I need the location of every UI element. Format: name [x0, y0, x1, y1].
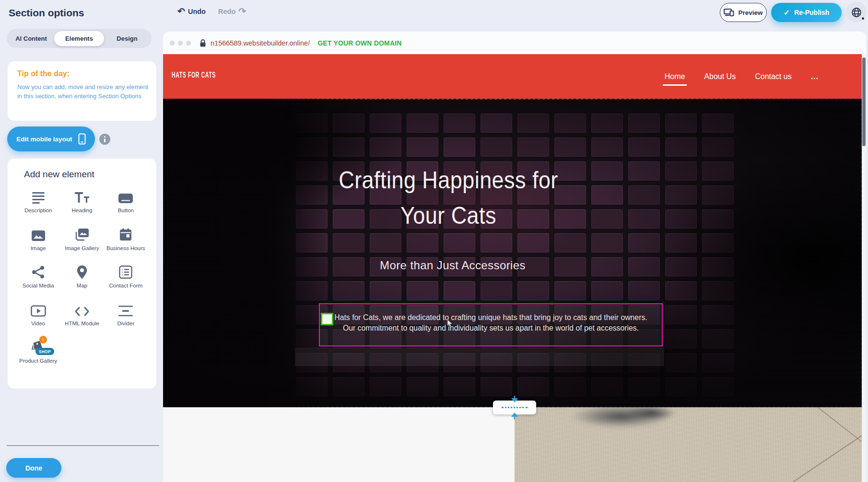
element-video[interactable]: Video: [17, 302, 59, 328]
notification-dot: [861, 16, 865, 21]
paving-seam: [769, 407, 862, 482]
tab-elements[interactable]: Elements: [54, 31, 104, 46]
map-pin-icon: [61, 264, 103, 279]
image-icon: [17, 227, 59, 241]
undo-button[interactable]: ↶ Undo: [177, 7, 206, 16]
dashed-line: [502, 407, 528, 408]
site-preview: HATS FOR CATS Home About Us Contact us .…: [163, 54, 862, 482]
language-globe-button[interactable]: [846, 2, 867, 23]
element-button[interactable]: Button: [105, 189, 147, 215]
element-description[interactable]: Description: [17, 189, 59, 215]
element-image-gallery[interactable]: Image Gallery: [61, 227, 103, 252]
redo-icon: ↷: [238, 7, 246, 16]
element-business-hours[interactable]: Business Hours: [105, 227, 147, 252]
video-icon: [17, 302, 59, 317]
tab-ai-content[interactable]: AI Content: [8, 31, 54, 46]
edit-mobile-layout-button[interactable]: Edit mobile layout: [7, 126, 95, 151]
website-builder-app: Section options ↶ Undo Redo ↷ Preview ✓ …: [0, 0, 868, 482]
site-logo[interactable]: HATS FOR CATS: [172, 70, 216, 80]
arrow-up-icon: [511, 412, 518, 419]
upgrade-arrow-icon: ↑: [39, 336, 47, 344]
drop-zone-highlight: [295, 348, 664, 366]
preview-button[interactable]: Preview: [720, 3, 767, 22]
republish-button[interactable]: ✓ Re-Publish: [771, 3, 842, 22]
globe-icon: [851, 7, 862, 18]
nav-contact-us[interactable]: Contact us: [755, 72, 791, 81]
hero-title[interactable]: Crafting Happiness for Your Cats: [339, 162, 558, 233]
redo-button[interactable]: Redo ↷: [218, 7, 246, 16]
description-icon: [17, 189, 59, 204]
scrollbar-thumb[interactable]: [862, 57, 866, 146]
product-gallery-icon: SHOP ↑: [17, 340, 59, 354]
shop-badge: SHOP: [35, 348, 54, 355]
arrow-down-icon: [511, 396, 518, 403]
html-module-icon: [61, 302, 103, 317]
check-icon: ✓: [784, 8, 790, 17]
panel-tabs: AI Content Elements Design: [7, 29, 152, 48]
selected-text-element[interactable]: Hats for Cats, we are dedicated to craft…: [319, 303, 663, 346]
hero-paragraph: Hats for Cats, we are dedicated to craft…: [320, 304, 662, 333]
section-height-handle[interactable]: [493, 401, 536, 414]
window-dots: [170, 41, 191, 46]
element-social-media[interactable]: Social Media: [17, 264, 59, 290]
business-hours-icon: [105, 227, 147, 241]
browser-chrome-bar: n1566589.websitebuilder.online/ GET YOUR…: [163, 32, 866, 54]
paving-seam: [798, 407, 862, 481]
tip-of-the-day-card: Tip of the day: Now you can add, move an…: [8, 61, 156, 121]
button-icon: [105, 189, 147, 204]
element-divider[interactable]: Divider: [105, 302, 147, 328]
site-url[interactable]: n1566589.websitebuilder.online/: [211, 39, 310, 47]
element-html-module[interactable]: HTML Module: [61, 302, 103, 328]
image-gallery-icon: [61, 227, 103, 241]
preview-scrollbar[interactable]: [862, 54, 866, 482]
site-nav: Home About Us Contact us ...: [665, 54, 819, 99]
phone-icon: [78, 133, 86, 145]
element-map[interactable]: Map: [61, 264, 103, 290]
contact-form-icon: [105, 264, 147, 279]
get-domain-link[interactable]: GET YOUR OWN DOMAIN: [317, 39, 401, 47]
info-icon[interactable]: [99, 134, 110, 145]
element-image[interactable]: Image: [17, 227, 59, 252]
nav-more-menu[interactable]: ...: [811, 72, 819, 81]
hero-subtitle[interactable]: More than Just Accessories: [380, 259, 526, 272]
divider-icon: [105, 302, 147, 317]
element-contact-form[interactable]: Contact Form: [105, 264, 147, 290]
page-title: Section options: [9, 7, 84, 19]
resize-handle[interactable]: [321, 313, 333, 325]
tip-title: Tip of the day:: [17, 69, 147, 78]
nav-about-us[interactable]: About Us: [704, 72, 736, 81]
undo-icon: ↶: [177, 7, 185, 16]
element-grid: Description Heading Button Image: [8, 189, 156, 365]
nav-home[interactable]: Home: [665, 72, 685, 81]
devices-icon: [724, 9, 734, 16]
add-element-title: Add new element: [24, 169, 156, 180]
lock-icon: [199, 39, 206, 47]
site-header: HATS FOR CATS Home About Us Contact us .…: [163, 54, 862, 99]
panel-divider: [7, 445, 159, 446]
add-element-panel: Add new element Description Heading Butt…: [8, 159, 156, 389]
tab-design[interactable]: Design: [104, 31, 150, 46]
element-heading[interactable]: Heading: [61, 189, 103, 215]
social-media-icon: [17, 264, 59, 279]
element-product-gallery[interactable]: SHOP ↑ Product Gallery: [17, 340, 59, 365]
hero-section-selected[interactable]: Crafting Happiness for Your Cats More th…: [163, 99, 862, 407]
tip-body: Now you can add, move and resize any ele…: [17, 82, 150, 101]
done-button[interactable]: Done: [6, 458, 61, 478]
heading-icon: [61, 189, 103, 204]
paving-image: [515, 407, 862, 482]
